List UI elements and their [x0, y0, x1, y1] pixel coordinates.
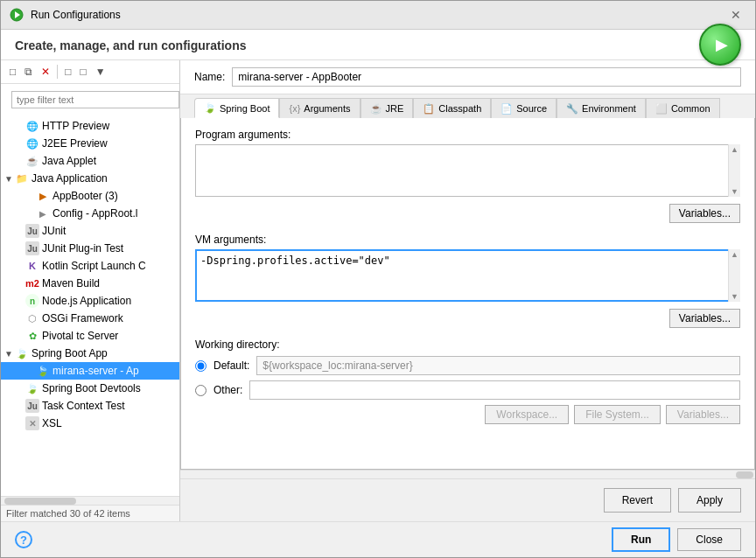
tree-item-junit-plugin[interactable]: Ju JUnit Plug-in Test	[1, 240, 179, 257]
tree-item-label: Java Applet	[42, 155, 96, 167]
close-button[interactable]: Close	[677, 528, 741, 551]
pivotal-icon: ✿	[25, 329, 39, 343]
tree-item-spring-boot-devtools[interactable]: 🍃 Spring Boot Devtools	[1, 380, 179, 397]
dir-buttons: Workspace... File System... Variables...	[195, 405, 740, 424]
program-args-input[interactable]	[195, 144, 740, 197]
tree-item-junit[interactable]: Ju JUnit	[1, 222, 179, 240]
default-radio-label: Default:	[214, 359, 249, 372]
tab-label: Spring Boot	[220, 103, 270, 114]
tree-item-label: Task Context Test	[42, 400, 125, 412]
tree-item-xsl[interactable]: ✕ XSL	[1, 415, 179, 432]
other-dir-input[interactable]	[249, 380, 740, 400]
tree-item-http-preview[interactable]: 🌐 HTTP Preview	[1, 117, 179, 135]
tree-item-label: JUnit	[42, 225, 66, 237]
java-application-icon: 📁	[15, 171, 29, 185]
mirana-icon: 🍃	[36, 364, 50, 378]
more-button[interactable]: ▼	[92, 64, 109, 80]
program-args-section: Program arguments: ▲ ▼ Variables...	[195, 129, 740, 223]
tree-item-label: Config - AppRoot.l	[52, 207, 137, 220]
tree-item-config[interactable]: ▶ Config - AppRoot.l	[1, 205, 179, 222]
other-radio-label: Other:	[214, 384, 242, 396]
tree-item-pivotal[interactable]: ✿ Pivotal tc Server	[1, 327, 179, 345]
dir-variables-button[interactable]: Variables...	[666, 405, 740, 424]
scrollbar-thumb[interactable]	[4, 498, 76, 505]
vm-args-buttons: Variables...	[195, 305, 740, 328]
tab-label: Common	[671, 103, 710, 114]
expand-arrow	[15, 331, 25, 341]
run-button[interactable]: Run	[612, 527, 670, 552]
tree-item-kotlin[interactable]: K Kotlin Script Launch C	[1, 257, 179, 275]
tab-source[interactable]: 📄 Source	[491, 98, 556, 118]
right-panel: Name: 🍃 Spring Boot {x} Arguments ☕ JRE	[180, 60, 755, 521]
delete-button[interactable]: ✕	[38, 64, 53, 80]
tab-label: Classpath	[438, 103, 481, 114]
right-scrollbar-thumb[interactable]	[736, 471, 753, 478]
tree-item-nodejs[interactable]: n Node.js Application	[1, 292, 179, 310]
help-button[interactable]: ?	[15, 531, 32, 548]
program-args-label: Program arguments:	[195, 129, 740, 141]
filesystem-button[interactable]: File System...	[574, 405, 661, 424]
other-radio[interactable]	[195, 385, 206, 396]
tree-item-osgi[interactable]: ⬡ OSGi Framework	[1, 310, 179, 327]
tab-spring-boot[interactable]: 🍃 Spring Boot	[194, 98, 279, 118]
program-args-container: ▲ ▼	[195, 144, 740, 197]
collapse-button[interactable]: □	[61, 64, 74, 80]
tab-label: JRE	[386, 103, 404, 114]
tree-item-spring-boot-app[interactable]: ▼ 🍃 Spring Boot App	[1, 345, 179, 362]
window-close-button[interactable]: ✕	[725, 6, 746, 24]
tree-item-appbooter[interactable]: ▶ AppBooter (3)	[1, 187, 179, 205]
vm-args-input[interactable]	[195, 249, 740, 302]
tab-arguments[interactable]: {x} Arguments	[279, 98, 360, 118]
spring-boot-app-icon: 🍃	[15, 346, 29, 360]
vm-args-scrollbar: ▲ ▼	[728, 249, 740, 302]
expand-arrow	[15, 419, 25, 429]
default-radio[interactable]	[195, 360, 206, 372]
new-config-button[interactable]: □	[6, 64, 19, 80]
program-args-buttons: Variables...	[195, 200, 740, 223]
tab-label: Source	[516, 103, 547, 114]
tab-classpath[interactable]: 📋 Classpath	[413, 98, 491, 118]
window-subtitle: Create, manage, and run configurations	[15, 38, 247, 52]
arguments-tab-icon: {x}	[289, 103, 300, 114]
junit-icon: Ju	[25, 224, 39, 238]
filter-input[interactable]	[11, 91, 179, 108]
expand-arrow	[15, 122, 25, 131]
workspace-button[interactable]: Workspace...	[485, 405, 569, 424]
default-dir-input[interactable]	[256, 356, 740, 375]
run-circle-button[interactable]: ▶	[699, 24, 741, 66]
program-args-variables-button[interactable]: Variables...	[669, 204, 740, 223]
apply-button[interactable]: Apply	[678, 488, 741, 513]
task-icon: Ju	[25, 399, 39, 413]
tab-environment[interactable]: 🔧 Environment	[556, 98, 646, 118]
vm-args-variables-button[interactable]: Variables...	[669, 309, 740, 328]
tree-item-task-context[interactable]: Ju Task Context Test	[1, 397, 179, 415]
xsl-icon: ✕	[25, 416, 39, 430]
duplicate-button[interactable]: ⧉	[21, 64, 36, 80]
tree-item-label: Node.js Application	[42, 295, 131, 307]
tree-item-label: Spring Boot App	[32, 347, 108, 359]
tree-toolbar: □ ⧉ ✕ □ □ ▼	[1, 60, 179, 84]
window-footer: ? Run Close	[1, 521, 755, 557]
tab-common[interactable]: ⬜ Common	[646, 98, 720, 118]
tree-item-maven[interactable]: m2 Maven Build	[1, 275, 179, 292]
tree-item-label: OSGi Framework	[42, 312, 123, 324]
filter-button[interactable]: □	[77, 64, 90, 80]
tree-item-java-applet[interactable]: ☕ Java Applet	[1, 152, 179, 170]
name-label: Name:	[194, 71, 225, 83]
tree-item-mirana-server[interactable]: 🍃 mirana-server - Ap	[1, 362, 179, 380]
revert-button[interactable]: Revert	[604, 488, 671, 513]
other-radio-row: Other:	[195, 380, 740, 400]
tab-jre[interactable]: ☕ JRE	[360, 98, 414, 118]
j2ee-icon: 🌐	[25, 136, 39, 150]
expand-arrow	[15, 244, 25, 254]
tree-item-label: Java Application	[32, 172, 108, 185]
tree-item-j2ee[interactable]: 🌐 J2EE Preview	[1, 135, 179, 152]
maven-icon: m2	[25, 276, 39, 290]
name-input[interactable]	[232, 67, 741, 87]
expand-arrow: ▼	[4, 349, 15, 359]
tree-item-java-application[interactable]: ▼ 📁 Java Application	[1, 170, 179, 187]
title-bar-left: Run Configurations	[10, 8, 121, 22]
expand-arrow	[25, 209, 36, 219]
config-icon: ▶	[36, 206, 50, 220]
tab-label: Environment	[582, 103, 636, 114]
